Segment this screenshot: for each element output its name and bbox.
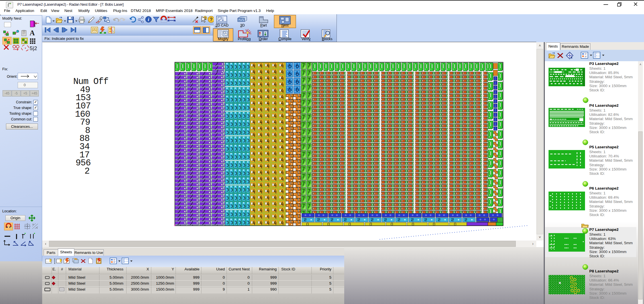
- svg-text:A: A: [30, 29, 35, 37]
- svg-text:Order: Order: [259, 37, 268, 41]
- svg-text:Profiling: Profiling: [238, 37, 250, 41]
- svg-text:Nest: Nest: [281, 23, 289, 27]
- svg-text:Part: Part: [260, 23, 267, 27]
- svg-text:Blocks: Blocks: [322, 37, 333, 41]
- svg-text:2: 2: [84, 166, 89, 176]
- svg-text:Modify: Modify: [218, 37, 229, 41]
- svg-text:i: i: [148, 17, 149, 22]
- svg-text:Compile: Compile: [278, 37, 292, 41]
- svg-text:3D: 3D: [240, 23, 245, 27]
- svg-text:2D CAD: 2D CAD: [215, 23, 229, 27]
- svg-text:Verify: Verify: [301, 37, 311, 41]
- svg-text:5|2: 5|2: [30, 45, 37, 51]
- svg-text:Num Off: Num Off: [73, 77, 108, 87]
